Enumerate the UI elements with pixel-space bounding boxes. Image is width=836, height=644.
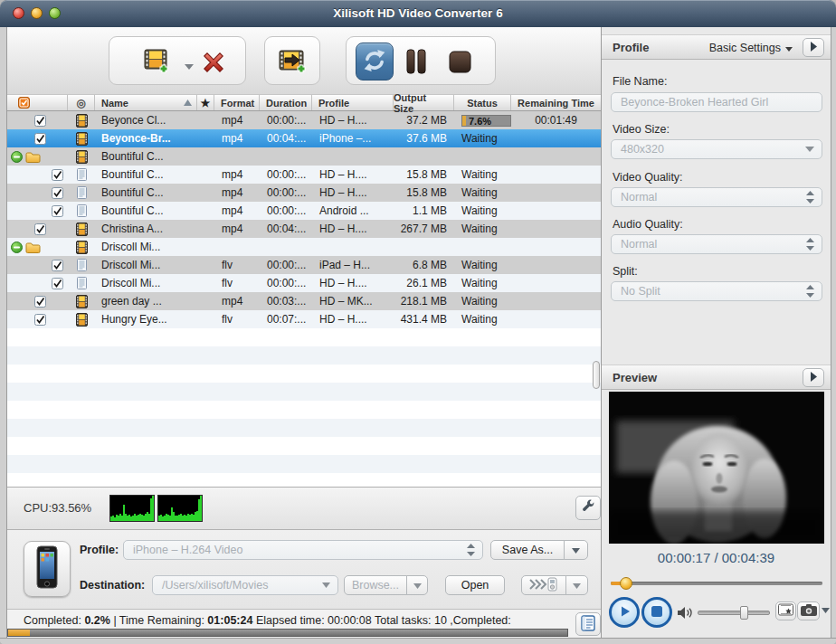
video-size-select[interactable]: 480x320 (611, 139, 822, 159)
file-name-input[interactable]: Beyonce-Broken Hearted Girl (611, 92, 822, 112)
speaker-icon[interactable] (678, 606, 693, 623)
row-checkbox[interactable] (52, 205, 63, 217)
task-report-button[interactable] (575, 612, 601, 636)
column-profile[interactable]: Profile (312, 95, 394, 110)
row-select-cell (7, 147, 68, 166)
volume-slider[interactable] (698, 611, 770, 615)
pause-button[interactable] (404, 49, 428, 74)
collapse-icon[interactable] (11, 151, 23, 163)
row-favorite-cell[interactable] (197, 129, 214, 147)
table-row[interactable]: Beyonce-Br...mp400:04:...iPhone –...37.6… (7, 129, 601, 147)
add-file-button[interactable] (142, 48, 171, 75)
column-remaining-time[interactable]: Remaining Time (511, 95, 601, 110)
video-quality-select[interactable]: Normal (611, 187, 822, 207)
row-checkbox[interactable] (34, 296, 46, 308)
volume-knob[interactable] (740, 606, 748, 620)
file-name-label: File Name: (613, 75, 667, 88)
cpu-usage-label: CPU:93.56% (24, 501, 91, 515)
scrollbar-thumb[interactable] (593, 361, 600, 389)
play-button[interactable] (609, 597, 640, 628)
save-as-button[interactable]: Save As... (490, 540, 565, 560)
folder-icon (25, 242, 41, 253)
column-favorite[interactable]: ★ (197, 95, 214, 110)
delete-button[interactable] (200, 50, 227, 75)
table-row[interactable]: Driscoll Mi... (7, 238, 601, 256)
row-duration-cell: 00:00:... (260, 202, 312, 220)
export-dropdown-button[interactable] (565, 575, 588, 595)
row-favorite-cell[interactable] (197, 238, 214, 256)
toolbar (7, 27, 601, 94)
row-remaining-cell: 00:01:49 (511, 111, 601, 129)
column-apply-profile[interactable]: ◎ (68, 95, 95, 110)
stepper-icon (806, 191, 814, 204)
browse-button[interactable]: Browse... (344, 575, 407, 595)
row-output-size-cell: 37.6 MB (394, 129, 454, 147)
table-row[interactable]: Beyonce Cl...mp400:00:...HD – H....37.2 … (7, 111, 601, 129)
column-select-all[interactable] (7, 95, 68, 110)
row-checkbox[interactable] (52, 169, 63, 181)
destination-select[interactable]: /Users/xilisoft/Movies (152, 575, 338, 595)
column-status[interactable]: Status (454, 95, 511, 110)
row-favorite-cell[interactable] (197, 166, 214, 184)
row-checkbox[interactable] (52, 278, 63, 289)
table-row[interactable]: Bountiful C... (7, 147, 601, 166)
row-favorite-cell[interactable] (197, 292, 214, 310)
merge-button[interactable] (279, 49, 308, 74)
row-duration-cell: 00:03:... (260, 292, 312, 310)
row-name-cell: Bountiful C... (95, 166, 197, 184)
row-favorite-cell[interactable] (197, 220, 214, 238)
row-profile-cell: HD – H.... (312, 166, 394, 184)
row-format-cell: mp4 (214, 111, 260, 129)
save-as-dropdown-button[interactable] (564, 540, 588, 560)
column-output-size[interactable]: Output Size (394, 95, 454, 110)
column-duration[interactable]: Duration (260, 95, 312, 110)
add-clip-button[interactable] (775, 601, 796, 620)
stop-button[interactable] (448, 51, 471, 73)
expand-preview-button[interactable] (803, 368, 824, 387)
split-select[interactable]: No Split (611, 281, 822, 301)
row-favorite-cell[interactable] (197, 274, 214, 292)
table-row[interactable]: Bountiful C...mp400:00:...HD – H....15.8… (7, 184, 601, 202)
row-favorite-cell[interactable] (197, 184, 214, 202)
profile-select[interactable]: iPhone – H.264 Video (123, 540, 483, 560)
settings-button[interactable] (575, 496, 601, 520)
seek-knob[interactable] (620, 577, 632, 590)
table-row[interactable]: Bountiful C...mp400:00:...Android ...1.1… (7, 202, 601, 220)
expand-profile-button[interactable] (803, 38, 824, 57)
snapshot-button[interactable] (797, 601, 820, 620)
table-row[interactable]: Bountiful C...mp400:00:...HD – H....15.8… (7, 166, 601, 184)
row-checkbox[interactable] (34, 314, 46, 326)
column-name[interactable]: Name (95, 95, 197, 110)
row-checkbox[interactable] (34, 115, 46, 127)
audio-quality-select[interactable]: Normal (611, 234, 822, 254)
row-favorite-cell[interactable] (197, 256, 214, 274)
table-row[interactable]: Driscoll Mi...flv00:00:...iPad – H...6.8… (7, 256, 601, 274)
browse-dropdown-button[interactable] (406, 575, 428, 595)
row-checkbox[interactable] (34, 223, 46, 235)
settings-mode-select[interactable]: Basic Settings (709, 42, 793, 54)
table-row[interactable]: green day ...mp400:03:...HD – MK...218.1… (7, 292, 601, 310)
table-row[interactable]: Driscoll Mi...flv00:00:...HD – H....26.1… (7, 274, 601, 292)
row-favorite-cell[interactable] (197, 202, 214, 220)
open-folder-button[interactable]: Open (445, 575, 505, 595)
video-file-icon (76, 132, 88, 146)
row-favorite-cell[interactable] (197, 111, 214, 129)
add-file-dropdown-caret[interactable] (184, 59, 195, 66)
column-format[interactable]: Format (214, 95, 260, 110)
stop-playback-button[interactable] (641, 597, 672, 628)
collapse-icon[interactable] (11, 242, 23, 253)
table-row[interactable]: Hungry Eye...flv00:07:...HD – H....431.4… (7, 310, 601, 328)
row-favorite-cell[interactable] (197, 310, 214, 328)
row-checkbox[interactable] (52, 260, 63, 271)
title-bar[interactable]: Xilisoft HD Video Converter 6 (0, 0, 836, 27)
seek-bar[interactable] (611, 577, 822, 590)
row-favorite-cell[interactable] (197, 147, 214, 166)
snapshot-dropdown-caret[interactable] (822, 608, 830, 613)
table-row[interactable]: Christina A...mp400:04:...HD – H....267.… (7, 220, 601, 238)
row-checkbox[interactable] (34, 133, 46, 145)
device-profile-button[interactable] (24, 541, 71, 597)
export-to-device-button[interactable] (521, 575, 566, 595)
convert-button[interactable] (356, 43, 394, 80)
row-checkbox[interactable] (52, 187, 63, 199)
row-select-cell (7, 292, 68, 310)
